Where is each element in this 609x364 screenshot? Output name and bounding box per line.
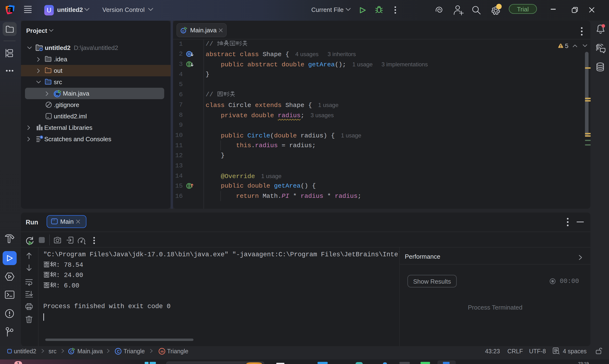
svg-text:C: C [182,29,185,33]
svg-text:m: m [161,349,164,353]
svg-text:IJ: IJ [8,7,11,10]
svg-text:C: C [70,350,72,353]
svg-text:C: C [117,350,120,353]
